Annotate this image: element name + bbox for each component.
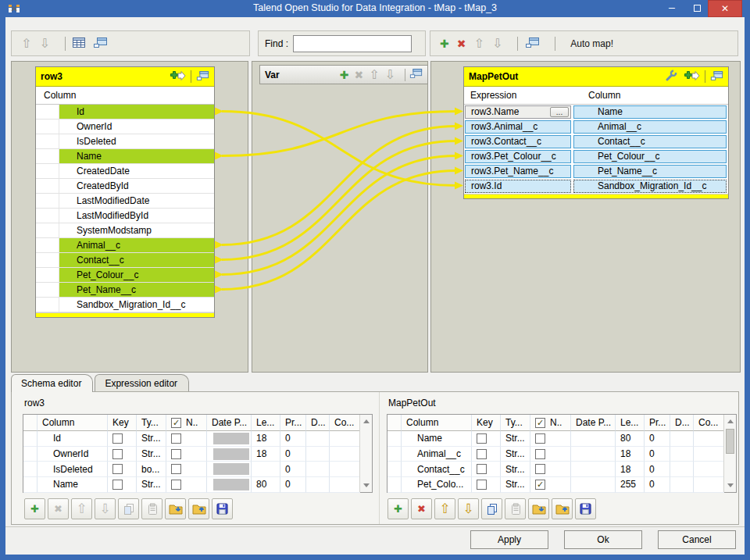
key-checkbox[interactable] [477,433,487,444]
input-column-row[interactable]: CreatedById [36,179,214,194]
output-column-cell[interactable]: Animal__c [573,120,727,134]
expression-cell[interactable]: row3.Id [465,180,571,193]
nullable-checkbox[interactable] [171,480,181,490]
move-column-up-button[interactable]: ⇧ [71,498,92,519]
input-column-row[interactable]: SystemModstamp [36,223,214,238]
output-table-header[interactable]: MapPetOut [464,67,728,87]
output-mapping-row[interactable]: row3.Pet_Name__cPet_Name__c [464,164,728,179]
key-checkbox[interactable] [112,464,123,474]
nullable-checkbox[interactable] [535,464,545,474]
nullable-checkbox[interactable] [171,433,181,444]
input-column-row[interactable]: Sandbox_Migration_Id__c [36,298,214,312]
input-column-row[interactable]: Name [36,149,214,164]
output-mapping-row[interactable]: row3.Name...Name [464,105,728,119]
input-table-header[interactable]: row3 [36,67,214,87]
add-schema-column-button[interactable]: ✚ [24,498,45,519]
key-checkbox[interactable] [477,464,487,474]
window-close-button[interactable]: ✕ [708,0,742,17]
export-schema-button[interactable] [552,498,573,519]
expression-cell[interactable]: row3.Pet_Colour__c [465,150,571,163]
expression-cell[interactable]: row3.Contact__c [465,135,571,148]
wrench-settings-icon[interactable] [665,70,677,84]
scrollbar-thumb[interactable] [726,429,734,454]
schema-row[interactable]: OwnerIdStr...180 [23,447,372,462]
schema-row[interactable]: NameStr...800 [388,431,736,447]
key-checkbox[interactable] [112,480,123,490]
schema-scrollbar[interactable] [359,415,372,492]
remove-schema-column-button[interactable]: ✖ [48,498,69,519]
paste-column-button[interactable] [141,498,162,519]
nullable-checkbox[interactable] [535,480,545,490]
copy-column-button[interactable] [118,498,139,519]
import-schema-button[interactable] [165,498,186,519]
input-column-row[interactable]: Contact__c [36,253,214,268]
move-column-down-button[interactable]: ⇩ [458,498,479,519]
export-schema-button[interactable] [188,498,209,519]
scroll-up-arrow[interactable] [727,419,734,423]
window-minimize-button[interactable]: – [661,0,683,17]
minimize-table-icon[interactable] [196,70,209,84]
window-maximize-button[interactable] [686,0,708,17]
output-column-cell[interactable]: Contact__c [573,135,727,148]
key-checkbox[interactable] [477,480,487,490]
cancel-button[interactable]: Cancel [658,530,736,549]
minimize-panel-icon[interactable] [93,37,108,51]
key-checkbox[interactable] [112,449,123,459]
scroll-up-arrow[interactable] [363,419,370,423]
schema-row[interactable]: NameStr...800 [23,477,372,493]
input-column-row[interactable]: LastModifiedDate [36,194,214,209]
key-checkbox[interactable] [112,433,123,444]
copy-column-button[interactable] [481,498,502,519]
nullable-checkbox[interactable] [535,449,545,459]
move-column-down-button[interactable]: ⇩ [95,498,116,519]
input-column-row[interactable]: Animal__c [36,238,214,253]
input-column-row[interactable]: IsDeleted [36,134,214,149]
minimize-table-icon[interactable] [710,70,723,84]
move-up-icon[interactable]: ⇧ [473,37,484,50]
move-up-icon[interactable]: ⇧ [21,37,31,50]
add-column-icon[interactable] [170,70,186,84]
add-output-icon[interactable]: ✚ [440,37,449,50]
schema-scrollbar[interactable] [723,415,736,492]
minimize-panel-icon[interactable] [525,37,540,51]
input-column-row[interactable]: CreatedDate [36,164,214,179]
remove-output-icon[interactable]: ✖ [457,37,466,50]
output-column-cell[interactable]: Name [573,105,727,119]
add-schema-column-button[interactable]: ✚ [388,498,409,519]
schema-row[interactable]: Contact__cStr...180 [388,462,736,477]
move-down-icon[interactable]: ⇩ [39,37,49,50]
expression-cell[interactable]: row3.Name... [465,105,571,119]
output-mapping-row[interactable]: row3.Animal__cAnimal__c [464,119,728,134]
expression-browse-button[interactable]: ... [550,107,569,117]
nullable-checkbox[interactable] [171,464,181,474]
output-column-cell[interactable]: Pet_Name__c [573,165,727,178]
add-column-icon[interactable] [684,70,700,84]
move-column-up-button[interactable]: ⇧ [434,498,455,519]
find-input[interactable] [293,35,412,52]
tab-expression-editor[interactable]: Expression editor [95,374,189,392]
remove-schema-column-button[interactable]: ✖ [411,498,432,519]
schema-row[interactable]: IdStr...180 [23,431,372,447]
nullable-header-checkbox[interactable] [535,418,545,428]
paste-column-button[interactable] [505,498,526,519]
save-schema-button[interactable] [212,498,233,519]
schema-row[interactable]: Animal__cStr...180 [388,447,736,462]
input-column-row[interactable]: OwnerId [36,119,214,134]
expression-cell[interactable]: row3.Pet_Name__c [465,165,571,178]
schema-row[interactable]: Pet_Colo...Str...2550 [388,477,736,493]
import-schema-button[interactable] [528,498,549,519]
output-column-cell[interactable]: Sandbox_Migration_Id__c [573,180,727,193]
scroll-down-arrow[interactable] [727,483,734,487]
input-column-row[interactable]: Id [36,105,214,119]
nullable-header-checkbox[interactable] [171,418,181,428]
auto-map-button[interactable]: Auto map! [570,38,613,49]
output-mapping-row[interactable]: row3.IdSandbox_Migration_Id__c [464,179,728,194]
input-column-row[interactable]: Pet_Name__c [36,283,214,298]
schema-splitter[interactable] [379,392,380,524]
input-column-row[interactable]: LastModifiedById [36,209,214,223]
table-view-icon[interactable] [73,37,85,50]
move-down-icon[interactable]: ⇩ [492,37,502,50]
output-column-cell[interactable]: Pet_Colour__c [573,150,727,163]
input-column-row[interactable]: Pet_Colour__c [36,268,214,283]
schema-row[interactable]: IsDeletedbo...0 [23,462,372,477]
